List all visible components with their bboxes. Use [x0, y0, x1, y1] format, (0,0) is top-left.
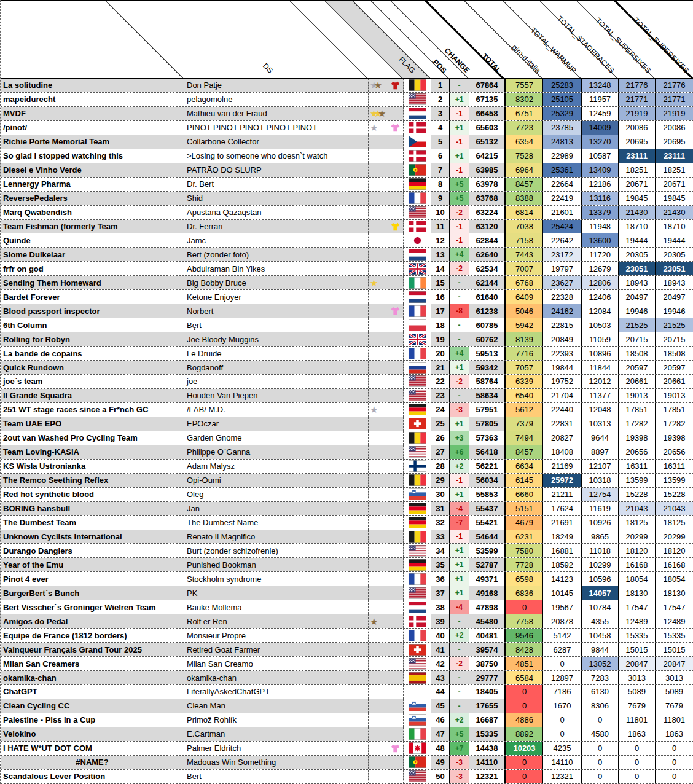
flag-cell[interactable]	[404, 403, 431, 417]
warmup-cell[interactable]: 6287	[543, 643, 582, 656]
supersixes2-cell[interactable]: 21919	[656, 107, 693, 120]
flag-cell[interactable]	[404, 643, 431, 656]
stageraces-cell[interactable]: 9644	[582, 431, 619, 445]
pos-cell[interactable]: 31	[431, 502, 450, 515]
team-name-cell[interactable]: MVDF	[1, 107, 184, 120]
giro-cell[interactable]: 0	[504, 685, 543, 699]
column-header-total[interactable]: TOTAL	[481, 52, 503, 74]
pos-cell[interactable]: 11	[431, 220, 450, 233]
pos-cell[interactable]: 24	[431, 403, 450, 417]
team-name-cell[interactable]: 2out van Washed Pro Cycling Team	[1, 431, 184, 445]
pos-cell[interactable]: 49	[431, 756, 450, 769]
team-name-cell[interactable]: Amigos do Pedal	[1, 614, 184, 628]
warmup-cell[interactable]: 22642	[543, 233, 582, 247]
change-cell[interactable]: +2	[450, 629, 469, 642]
team-name-cell[interactable]: Team Loving-KASIA	[1, 445, 184, 459]
supersixes2-cell[interactable]: 19013	[656, 389, 693, 402]
ds-cell[interactable]: Mathieu van der Fraud	[184, 107, 369, 120]
stageraces-cell[interactable]: 13270	[582, 135, 619, 149]
team-name-cell[interactable]: /pinot/	[1, 121, 184, 135]
stageraces-cell[interactable]: 11059	[582, 332, 619, 346]
stageraces-cell[interactable]: 11948	[582, 220, 619, 233]
stageraces-cell[interactable]: 11619	[582, 502, 619, 515]
supersixes-cell[interactable]: 5089	[619, 685, 656, 699]
warmup-cell[interactable]: 10145	[543, 586, 582, 600]
change-cell[interactable]: +2	[450, 713, 469, 727]
team-name-cell[interactable]: Slome Duikelaar	[1, 248, 184, 261]
supersixes2-cell[interactable]: 16168	[656, 558, 693, 571]
total-cell[interactable]: 55421	[469, 516, 504, 530]
awards-cell[interactable]	[369, 474, 404, 487]
flag-cell[interactable]	[404, 488, 431, 501]
awards-cell[interactable]	[369, 178, 404, 191]
team-name-cell[interactable]: Bert Visscher`s Groninger Wielren Team	[1, 600, 184, 614]
warmup-cell[interactable]: 25972	[543, 474, 582, 487]
supersixes2-cell[interactable]: 17547	[656, 600, 693, 614]
column-header-ds[interactable]: DS	[262, 62, 274, 74]
ds-cell[interactable]: Abdulraman Bin Yikes	[184, 262, 369, 275]
change-cell[interactable]: -	[450, 276, 469, 289]
awards-cell[interactable]	[369, 375, 404, 388]
awards-cell[interactable]	[369, 220, 404, 233]
pos-cell[interactable]: 26	[431, 431, 450, 445]
ds-cell[interactable]: Stockholm syndrome	[184, 572, 369, 586]
ds-cell[interactable]: Le Druide	[184, 347, 369, 360]
warmup-cell[interactable]: 7186	[543, 685, 582, 699]
total-cell[interactable]: 61640	[469, 290, 504, 304]
change-cell[interactable]: -	[450, 671, 469, 684]
ds-cell[interactable]: Milan San Creamo	[184, 657, 369, 670]
ds-cell[interactable]: Madouas Win Something	[184, 756, 369, 769]
ds-cell[interactable]: LiterallyAskedChatGPT	[184, 685, 369, 699]
team-name-cell[interactable]: La solitudine	[1, 79, 184, 92]
total-cell[interactable]: 38750	[469, 657, 504, 670]
flag-cell[interactable]	[404, 79, 431, 92]
total-cell[interactable]: 59342	[469, 361, 504, 374]
stageraces-cell[interactable]: 10596	[582, 572, 619, 586]
awards-cell[interactable]: ★	[369, 614, 404, 628]
total-cell[interactable]: 63224	[469, 206, 504, 219]
pos-cell[interactable]: 10	[431, 206, 450, 219]
giro-cell[interactable]: 8388	[504, 192, 543, 205]
supersixes2-cell[interactable]: 0	[656, 756, 693, 769]
supersixes-cell[interactable]: 19398	[619, 431, 656, 445]
warmup-cell[interactable]: 25361	[543, 163, 582, 177]
supersixes-cell[interactable]: 19946	[619, 304, 656, 318]
pos-cell[interactable]: 14	[431, 262, 450, 275]
flag-cell[interactable]	[404, 389, 431, 402]
giro-cell[interactable]: 7528	[504, 149, 543, 163]
flag-cell[interactable]	[404, 770, 431, 783]
team-name-cell[interactable]: Blood passport inspector	[1, 304, 184, 318]
flag-cell[interactable]	[404, 192, 431, 205]
supersixes2-cell[interactable]: 20715	[656, 332, 693, 346]
supersixes-cell[interactable]: 18251	[619, 163, 656, 177]
pos-cell[interactable]: 19	[431, 332, 450, 346]
total-cell[interactable]: 29777	[469, 671, 504, 684]
flag-cell[interactable]	[404, 347, 431, 360]
supersixes2-cell[interactable]: 20656	[656, 445, 693, 459]
ds-cell[interactable]: EPOczar	[184, 417, 369, 431]
ds-cell[interactable]: >Losing to someone who doesn`t watch	[184, 149, 369, 163]
ds-cell[interactable]: Norbert	[184, 304, 369, 318]
supersixes-cell[interactable]: 23111	[619, 149, 656, 163]
ds-cell[interactable]: Apustana Qazaqstan	[184, 206, 369, 219]
supersixes2-cell[interactable]: 21430	[656, 206, 693, 219]
total-cell[interactable]: 47898	[469, 600, 504, 614]
team-name-cell[interactable]: La bande de copains	[1, 347, 184, 360]
ds-cell[interactable]: Collarbone Collector	[184, 135, 369, 149]
supersixes-cell[interactable]: 18125	[619, 516, 656, 530]
team-name-cell[interactable]: Milan San Creamers	[1, 657, 184, 670]
awards-cell[interactable]	[369, 290, 404, 304]
total-cell[interactable]: 57951	[469, 403, 504, 417]
total-cell[interactable]: 62844	[469, 233, 504, 247]
column-header-giro-d-italia[interactable]: giro-d-italia	[511, 44, 541, 74]
pos-cell[interactable]: 20	[431, 347, 450, 360]
supersixes2-cell[interactable]: 20305	[656, 248, 693, 261]
change-cell[interactable]: +1	[450, 93, 469, 106]
awards-cell[interactable]	[369, 347, 404, 360]
supersixes-cell[interactable]: 21525	[619, 318, 656, 332]
ds-cell[interactable]: The Dumbest Name	[184, 516, 369, 530]
change-cell[interactable]: +1	[450, 361, 469, 374]
supersixes-cell[interactable]: 20656	[619, 445, 656, 459]
awards-cell[interactable]	[369, 572, 404, 586]
flag-cell[interactable]	[404, 460, 431, 473]
